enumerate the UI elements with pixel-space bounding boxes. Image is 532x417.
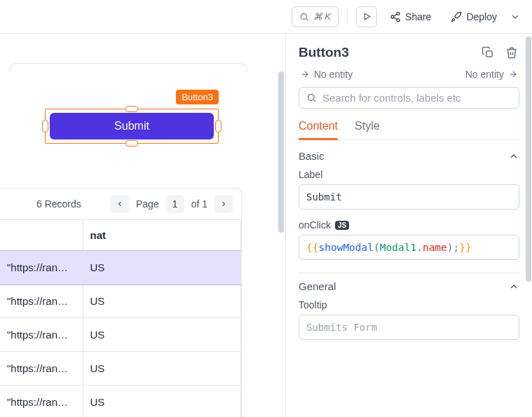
canvas-scrollbar[interactable] [278,71,284,233]
resize-handle-bottom[interactable] [125,140,138,146]
widget-name-tag: Button3 [176,90,219,104]
tooltip-field-label: Tooltip [299,299,519,310]
tab-style[interactable]: Style [355,120,380,139]
table-cell[interactable]: US [83,352,241,385]
onclick-label: onClick [299,219,331,231]
command-shortcut: ⌘ K [313,11,331,22]
code-token: {{ [306,242,318,253]
table-row[interactable]: "https://ran…US [0,385,241,418]
table-widget[interactable]: 6 Records Page 1 of 1 nat [0,188,242,417]
tab-content[interactable]: Content [299,120,338,139]
canvas-column: Button3 Submit 6 Records Page 1 of 1 [0,34,286,417]
code-token: showModal [318,242,374,253]
table-row[interactable]: "https://ran…US [0,318,241,352]
resize-handle-top[interactable] [125,106,138,112]
entity-outgoing[interactable]: No entity [465,69,518,80]
svg-line-1 [306,18,308,20]
trash-icon [505,46,518,59]
copy-button[interactable] [480,45,496,60]
section-basic[interactable]: Basic [299,150,519,162]
code-token: }} [459,242,471,253]
svg-point-11 [308,95,315,101]
tooltip-input[interactable] [299,315,519,340]
page-next-button[interactable] [214,195,233,213]
chevron-right-icon [219,200,228,208]
table-cell[interactable]: "https://ran… [0,251,83,285]
svg-line-7 [394,14,397,16]
page-number[interactable]: 1 [166,195,184,213]
resize-handle-right[interactable] [215,120,221,132]
play-button[interactable] [356,6,377,27]
data-table: nat "https://ran…US"https://ran…US"https… [0,219,241,417]
chevron-down-icon [510,11,521,22]
label-field-label: Label [299,169,519,180]
submit-button-widget[interactable]: Submit [50,113,214,139]
selected-widget-frame[interactable]: Button3 Submit [45,109,219,144]
search-icon [299,12,309,22]
table-header-col2[interactable]: nat [83,220,241,251]
chevron-up-icon [508,151,519,162]
svg-marker-2 [364,13,370,20]
entity-binding-row: No entity No entity [299,69,519,80]
share-label: Share [405,11,431,22]
section-general[interactable]: General [299,280,519,292]
code-token: name [423,242,447,253]
panel-title[interactable]: Button3 [299,45,472,60]
page-label: Page [136,198,159,210]
table-row[interactable]: "https://ran…US [0,285,241,318]
copy-icon [482,46,494,59]
controls-search-input[interactable] [322,92,512,104]
section-basic-label: Basic [299,150,325,162]
canvas[interactable]: Button3 Submit 6 Records Page 1 of 1 [0,34,285,417]
search-icon [306,93,317,103]
code-token: . [416,242,423,253]
page-prev-button[interactable] [111,195,129,213]
table-cell[interactable]: "https://ran… [0,352,83,385]
arrow-right-icon [508,69,518,79]
code-token: ; [453,242,460,253]
table-cell[interactable]: US [83,318,241,352]
delete-button[interactable] [504,45,519,60]
top-toolbar: ⌘ K Share Deploy [0,0,532,34]
label-input[interactable] [299,184,519,210]
table-row[interactable]: "https://ran…US [0,251,241,285]
svg-line-12 [313,100,315,102]
submit-button-label: Submit [114,120,149,132]
svg-point-5 [397,18,400,21]
panel-scrollbar[interactable] [526,36,531,282]
entity-incoming[interactable]: No entity [300,69,353,80]
deploy-dropdown[interactable] [510,11,521,22]
divider [347,9,348,25]
page-of-label: of 1 [191,198,207,210]
table-row[interactable]: "https://ran…US [0,352,241,385]
code-token: Modal1 [380,242,416,253]
main-area: Button3 Submit 6 Records Page 1 of 1 [0,34,532,417]
share-button[interactable]: Share [383,6,438,27]
svg-point-4 [391,15,394,18]
table-cell[interactable]: US [83,285,241,318]
onclick-field-header: onClick JS [299,219,519,231]
panel-header: Button3 [299,45,519,60]
share-icon [390,11,401,22]
resize-handle-left[interactable] [42,120,48,132]
entity-outgoing-label: No entity [465,69,504,80]
table-cell[interactable]: "https://ran… [0,385,83,418]
svg-point-3 [397,12,400,15]
deploy-button[interactable]: Deploy [444,6,504,27]
onclick-code-input[interactable]: {{showModal(Modal1.name);}} [299,235,519,260]
table-header-col1[interactable] [0,220,83,251]
js-badge[interactable]: JS [335,221,349,230]
command-search[interactable]: ⌘ K [292,6,339,27]
play-icon [362,12,371,21]
chevron-left-icon [116,200,124,208]
controls-search[interactable] [299,87,519,109]
rocket-icon [451,11,462,22]
section-general-label: General [299,280,336,292]
chevron-up-icon [508,281,519,292]
table-cell[interactable]: US [83,385,241,418]
svg-point-0 [301,13,306,19]
table-cell[interactable]: "https://ran… [0,285,83,318]
table-cell[interactable]: US [83,251,241,285]
svg-line-6 [394,18,397,20]
table-cell[interactable]: "https://ran… [0,318,83,352]
